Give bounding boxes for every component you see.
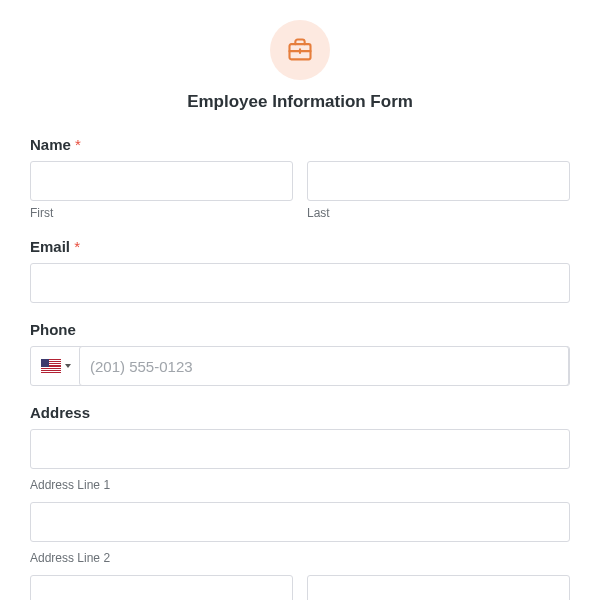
- last-name-sublabel: Last: [307, 206, 570, 220]
- us-flag-icon: [41, 359, 61, 373]
- briefcase-icon: [286, 36, 314, 64]
- last-name-col: Last: [307, 161, 570, 220]
- address-city-input[interactable]: [30, 575, 293, 600]
- email-field-group: Email *: [30, 238, 570, 303]
- required-indicator: *: [74, 238, 80, 255]
- address-line2-input[interactable]: [30, 502, 570, 542]
- name-field-group: Name * First Last: [30, 136, 570, 220]
- name-label: Name *: [30, 136, 570, 153]
- phone-input-wrapper: [30, 346, 570, 386]
- address-state-input[interactable]: [307, 575, 570, 600]
- email-label: Email *: [30, 238, 570, 255]
- name-label-text: Name: [30, 136, 71, 153]
- address-line1-input[interactable]: [30, 429, 570, 469]
- phone-label: Phone: [30, 321, 570, 338]
- header-icon-wrapper: [30, 20, 570, 80]
- phone-input[interactable]: [79, 346, 569, 386]
- address-line1-block: Address Line 1: [30, 429, 570, 492]
- address-state-col: [307, 575, 570, 600]
- address-line2-block: Address Line 2: [30, 502, 570, 565]
- address-line2-sublabel: Address Line 2: [30, 551, 570, 565]
- first-name-input[interactable]: [30, 161, 293, 201]
- address-line1-sublabel: Address Line 1: [30, 478, 570, 492]
- name-row: First Last: [30, 161, 570, 220]
- phone-field-group: Phone: [30, 321, 570, 386]
- address-city-col: [30, 575, 293, 600]
- briefcase-icon-circle: [270, 20, 330, 80]
- first-name-sublabel: First: [30, 206, 293, 220]
- email-label-text: Email: [30, 238, 70, 255]
- last-name-input[interactable]: [307, 161, 570, 201]
- address-field-group: Address Address Line 1 Address Line 2: [30, 404, 570, 600]
- email-input[interactable]: [30, 263, 570, 303]
- form-container: Employee Information Form Name * First L…: [0, 0, 600, 600]
- address-city-state-row: [30, 575, 570, 600]
- required-indicator: *: [75, 136, 81, 153]
- address-label: Address: [30, 404, 570, 421]
- first-name-col: First: [30, 161, 293, 220]
- country-code-selector[interactable]: [31, 347, 79, 385]
- chevron-down-icon: [65, 364, 71, 368]
- form-title: Employee Information Form: [30, 92, 570, 112]
